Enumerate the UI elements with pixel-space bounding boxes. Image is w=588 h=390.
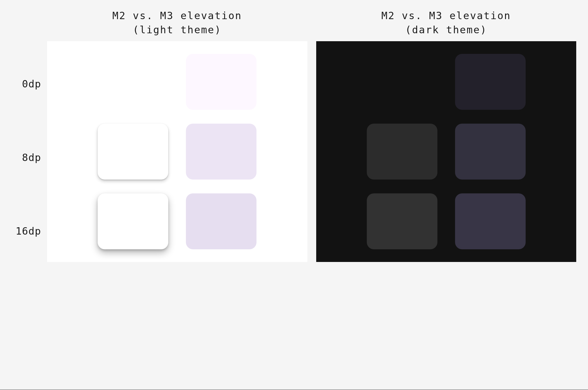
panel-light-heading-line1: M2 vs. M3 elevation <box>112 9 242 23</box>
panel-dark-column: M2 vs. M3 elevation (dark theme) <box>316 9 577 262</box>
panel-light-heading: M2 vs. M3 elevation (light theme) <box>112 9 242 41</box>
panel-dark-heading: M2 vs. M3 elevation (dark theme) <box>381 9 511 41</box>
panel-light-heading-line2: (light theme) <box>133 23 221 37</box>
tile-dark-m3-16dp <box>455 193 526 249</box>
tile-light-m3-0dp <box>186 54 256 110</box>
tile-dark-m2-16dp <box>367 193 437 249</box>
panel-light-column: M2 vs. M3 elevation (light theme) <box>47 9 307 262</box>
dark-row-8dp <box>334 123 559 181</box>
tile-dark-m3-8dp <box>455 124 526 180</box>
light-row-16dp <box>65 192 290 250</box>
row-label-16dp: 16dp <box>0 194 47 268</box>
light-row-0dp <box>65 53 290 111</box>
row-label-8dp: 8dp <box>0 121 47 194</box>
tile-light-m2-16dp <box>98 193 168 249</box>
panel-dark-heading-line2: (dark theme) <box>405 23 487 37</box>
tile-light-m3-8dp <box>186 124 256 180</box>
tile-light-m2-8dp <box>98 124 168 180</box>
dark-row-0dp <box>334 53 559 111</box>
panel-dark-heading-line1: M2 vs. M3 elevation <box>381 9 511 23</box>
tile-light-m3-16dp <box>186 193 256 249</box>
panels: M2 vs. M3 elevation (light theme) <box>47 9 588 262</box>
diagram-root: 0dp 8dp 16dp M2 vs. M3 elevation (light … <box>0 0 588 390</box>
tile-dark-m2-8dp <box>367 124 437 180</box>
row-label-0dp: 0dp <box>0 47 47 121</box>
tile-dark-m3-0dp <box>455 54 526 110</box>
light-row-8dp <box>65 123 290 181</box>
dark-row-16dp <box>334 192 559 250</box>
panel-light <box>47 41 307 262</box>
row-labels: 0dp 8dp 16dp <box>0 9 47 268</box>
panel-dark <box>316 41 577 262</box>
